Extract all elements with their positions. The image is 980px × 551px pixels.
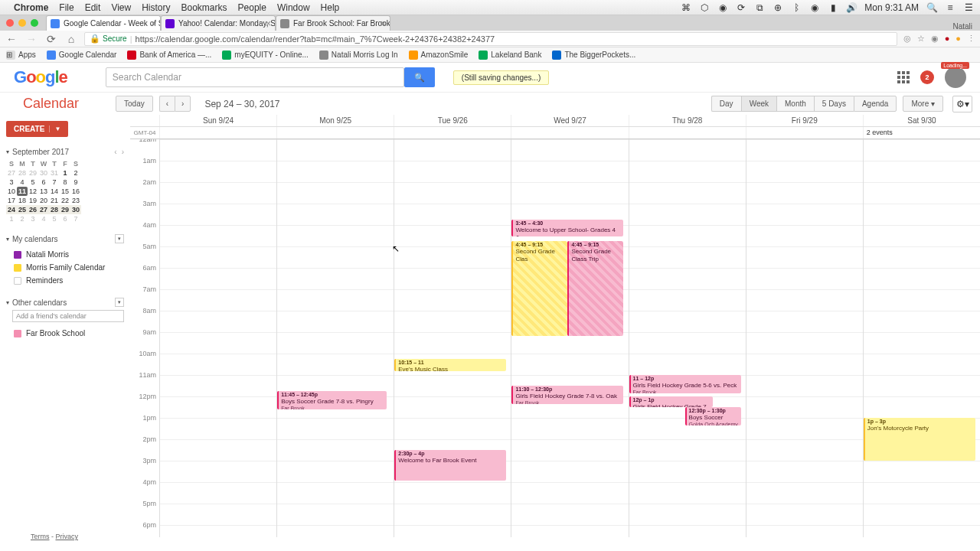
- mini-cal-day[interactable]: 14: [49, 187, 60, 196]
- mini-cal-day[interactable]: 12: [28, 187, 38, 196]
- mini-cal-day[interactable]: 27: [38, 205, 49, 214]
- account-avatar[interactable]: Loading...: [945, 67, 966, 88]
- bookmark-item[interactable]: The BiggerPockets...: [552, 51, 635, 60]
- clock[interactable]: Mon 9:31 AM: [864, 2, 919, 13]
- mini-cal-day[interactable]: 5: [49, 214, 60, 223]
- google-logo[interactable]: Google: [14, 67, 67, 87]
- calendar-event[interactable]: 12p – 1pGirls Field Hockey Grade 7-8 vsF…: [629, 396, 714, 407]
- star-icon[interactable]: ☆: [917, 34, 925, 44]
- mini-cal-day[interactable]: 19: [28, 196, 38, 205]
- mini-cal-day[interactable]: 29: [60, 205, 70, 214]
- close-icon[interactable]: ×: [381, 18, 386, 29]
- calendar-item[interactable]: Natali Morris: [6, 248, 124, 261]
- status-icon[interactable]: ⊕: [773, 2, 783, 13]
- ext-icon[interactable]: ●: [956, 34, 961, 44]
- menu-icon[interactable]: ⋮: [967, 34, 975, 44]
- calendar-event[interactable]: 11:30 – 12:30pGirls Field Hockey Grade 7…: [511, 386, 623, 404]
- mini-cal-day[interactable]: 13: [38, 187, 49, 196]
- calendar-event[interactable]: 11:45 – 12:45pBoys Soccer Grade 7-8 vs. …: [277, 391, 387, 409]
- calendar-item[interactable]: Morris Family Calendar: [6, 261, 124, 274]
- dropdown-icon[interactable]: ▾: [115, 234, 124, 243]
- collapse-icon[interactable]: ▾: [6, 148, 9, 155]
- calendar-event[interactable]: 11 – 12pGirls Field Hockey Grade 5-6 vs.…: [629, 375, 741, 393]
- bookmark-item[interactable]: Natali Morris Log In: [319, 51, 398, 60]
- profile-name[interactable]: Natali: [952, 22, 972, 31]
- day-column[interactable]: [159, 139, 276, 537]
- mini-cal-day[interactable]: 11: [17, 187, 28, 196]
- prev-week-button[interactable]: ‹: [159, 96, 175, 112]
- mini-cal-day[interactable]: 9: [70, 178, 81, 187]
- mini-cal-day[interactable]: 30: [38, 168, 49, 178]
- next-week-button[interactable]: ›: [175, 96, 191, 112]
- mini-cal-day[interactable]: 28: [17, 168, 28, 178]
- mini-cal-day[interactable]: 2: [17, 214, 28, 223]
- mini-cal-day[interactable]: 23: [70, 196, 81, 205]
- mini-cal-day[interactable]: 15: [60, 187, 70, 196]
- app-name[interactable]: Chrome: [14, 2, 48, 13]
- day-header[interactable]: Sat 9/30: [863, 115, 980, 126]
- mini-cal-day[interactable]: 6: [38, 178, 49, 187]
- terms-link[interactable]: Terms: [31, 533, 50, 540]
- ext-icon[interactable]: ◉: [931, 34, 939, 44]
- dropdown-icon[interactable]: ▾: [115, 298, 124, 307]
- status-icon[interactable]: ◉: [717, 2, 728, 13]
- menu-file[interactable]: File: [59, 2, 74, 13]
- mini-cal-day[interactable]: 27: [6, 168, 17, 178]
- window-minimize[interactable]: [18, 19, 26, 27]
- view-agenda[interactable]: Agenda: [854, 96, 897, 112]
- allday-cell[interactable]: 2 events: [863, 127, 980, 139]
- battery-icon[interactable]: ▮: [828, 2, 838, 13]
- apps-shortcut[interactable]: ⊞Apps: [6, 51, 36, 60]
- settings-button[interactable]: ⚙ ▾: [952, 96, 972, 112]
- calendar-event[interactable]: 3:45 – 4:30Welcome to Upper School- Grad…: [511, 220, 623, 236]
- status-icon[interactable]: ⌘: [681, 2, 691, 13]
- day-column[interactable]: 10:15 – 11Eve's Music Class2:30p – 4pWel…: [394, 139, 511, 537]
- day-header[interactable]: Fri 9/29: [746, 115, 863, 126]
- day-column[interactable]: 11 – 12pGirls Field Hockey Grade 5-6 vs.…: [629, 139, 746, 537]
- bookmark-item[interactable]: Lakeland Bank: [479, 51, 541, 60]
- mini-cal-day[interactable]: 20: [38, 196, 49, 205]
- menu-edit[interactable]: Edit: [85, 2, 101, 13]
- calendar-event[interactable]: 4:45 – 9:15Second Grade Clas: [511, 241, 567, 336]
- close-icon[interactable]: ×: [266, 18, 271, 29]
- mini-cal-day[interactable]: 2: [70, 168, 81, 178]
- mini-cal-day[interactable]: 4: [38, 214, 49, 223]
- allday-cell[interactable]: [159, 127, 276, 139]
- close-icon[interactable]: ×: [151, 18, 156, 29]
- url-field[interactable]: 🔒 Secure | https://calendar.google.com/c…: [84, 32, 897, 46]
- day-column[interactable]: 3:45 – 4:30Welcome to Upper School- Grad…: [511, 139, 628, 537]
- calendar-event[interactable]: 1p – 3pJon's Motorcycle Party: [864, 418, 975, 461]
- bookmark-item[interactable]: AmazonSmile: [409, 51, 469, 60]
- menu-people[interactable]: People: [238, 2, 266, 13]
- create-button[interactable]: CREATE▼: [6, 121, 68, 137]
- home-button[interactable]: ⌂: [64, 32, 78, 46]
- bookmark-item[interactable]: Bank of America —...: [127, 51, 211, 60]
- calendar-title[interactable]: Calendar: [23, 96, 79, 112]
- mini-cal-day[interactable]: 1: [60, 168, 70, 178]
- bookmark-item[interactable]: Google Calendar: [47, 51, 117, 60]
- mini-cal-day[interactable]: 26: [28, 205, 38, 214]
- mini-cal-day[interactable]: 29: [28, 168, 38, 178]
- day-header[interactable]: Wed 9/27: [511, 115, 628, 126]
- dropbox-icon[interactable]: ⬡: [699, 2, 710, 13]
- mini-cal-day[interactable]: 7: [70, 214, 81, 223]
- window-maximize[interactable]: [31, 19, 38, 27]
- allday-cell[interactable]: [629, 127, 746, 139]
- browser-tab[interactable]: Far Brook School: Far Brook C×: [276, 15, 390, 31]
- day-column[interactable]: 11:45 – 12:45pBoys Soccer Grade 7-8 vs. …: [276, 139, 394, 537]
- ext-icon[interactable]: ◎: [903, 34, 911, 44]
- add-calendar-input[interactable]: Add a friend's calendar: [12, 310, 124, 322]
- mini-prev[interactable]: ‹: [114, 148, 116, 156]
- mini-cal-day[interactable]: 30: [70, 205, 81, 214]
- mini-cal-day[interactable]: 8: [60, 178, 70, 187]
- mini-cal-day[interactable]: 5: [28, 178, 38, 187]
- mini-cal-day[interactable]: 21: [49, 196, 60, 205]
- status-icon[interactable]: ⧉: [754, 2, 765, 13]
- day-header[interactable]: Sun 9/24: [159, 115, 276, 126]
- privacy-link[interactable]: Privacy: [56, 533, 79, 540]
- mini-cal-day[interactable]: 1: [6, 214, 17, 223]
- back-button[interactable]: ←: [5, 32, 18, 46]
- day-column[interactable]: 1p – 3pJon's Motorcycle Party: [863, 139, 980, 537]
- wifi-icon[interactable]: ◉: [809, 2, 820, 13]
- mini-cal-day[interactable]: 31: [49, 168, 60, 178]
